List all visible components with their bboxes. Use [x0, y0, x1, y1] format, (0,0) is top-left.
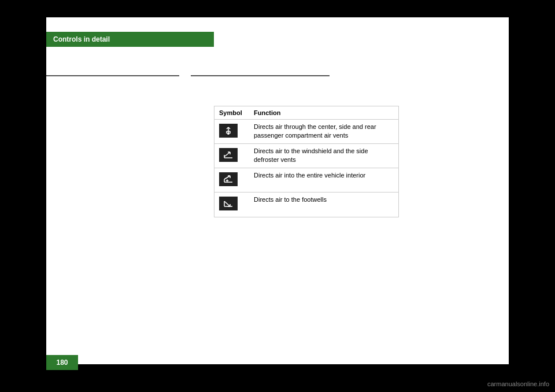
table-row: Directs air through the center, side and…	[214, 120, 398, 144]
watermark-text: carmanualsonline.info	[487, 380, 549, 387]
column-header-function: Function	[254, 109, 394, 116]
symbol-icon-box-2	[219, 148, 238, 162]
airflow-windshield-icon	[222, 150, 235, 160]
header-bar: Controls in detail	[46, 32, 214, 47]
separator-left	[46, 75, 179, 76]
separator-right	[191, 75, 330, 76]
airflow-footwell-icon	[222, 198, 235, 209]
symbol-icon-box-3	[219, 172, 238, 186]
table-cell-symbol-3	[219, 171, 254, 186]
table-cell-symbol-4	[219, 195, 254, 210]
airflow-center-icon	[222, 125, 235, 136]
table-row: Directs air into the entire vehicle inte…	[214, 168, 398, 193]
page-container: Controls in detail Symbol Function	[0, 0, 555, 392]
table-cell-function-2: Directs air to the windshield and the si…	[254, 147, 394, 165]
header-title: Controls in detail	[53, 35, 110, 43]
column-header-symbol: Symbol	[219, 109, 254, 116]
table-row: Directs air to the windshield and the si…	[214, 144, 398, 168]
table-cell-function-4: Directs air to the footwells	[254, 195, 394, 204]
table-row: Directs air to the footwells	[214, 193, 398, 217]
table-header: Symbol Function	[214, 106, 398, 120]
table-cell-symbol-2	[219, 147, 254, 162]
table-cell-function-1: Directs air through the center, side and…	[254, 123, 394, 140]
table-cell-function-3: Directs air into the entire vehicle inte…	[254, 171, 394, 180]
page-number-box: 180	[46, 355, 78, 370]
airflow-entire-icon	[222, 174, 235, 184]
symbol-icon-box-1	[219, 124, 238, 138]
table-cell-symbol-1	[219, 123, 254, 138]
symbol-function-table: Symbol Function	[214, 106, 399, 217]
svg-point-4	[227, 132, 230, 135]
watermark: carmanualsonline.info	[487, 380, 549, 387]
page-number: 180	[56, 358, 68, 367]
symbol-icon-box-4	[219, 197, 238, 210]
